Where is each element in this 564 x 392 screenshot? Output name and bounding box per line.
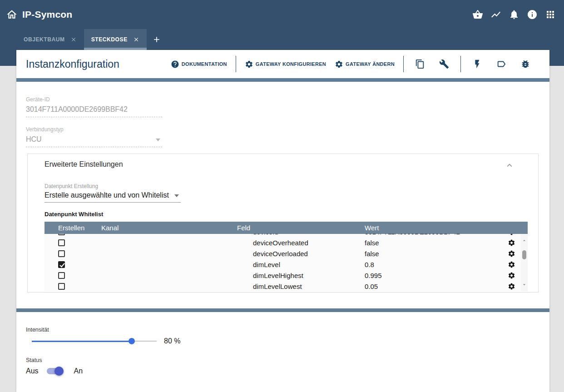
section-divider [16, 308, 549, 312]
row-checkbox[interactable] [58, 234, 65, 235]
flash-icon[interactable] [472, 59, 482, 69]
copy-icon[interactable] [415, 59, 425, 69]
basket-icon[interactable] [472, 9, 483, 20]
intensity-label: Intensität [26, 327, 549, 333]
row-field: dimLevelLowest [223, 283, 351, 290]
row-value: 3014F711A0000DE2699BBF42 [351, 234, 502, 236]
column-header-feld: Feld [223, 224, 351, 232]
row-checkbox[interactable] [58, 239, 65, 246]
row-field: deviceId [223, 234, 351, 236]
row-checkbox[interactable] [58, 283, 65, 290]
toolbar-actions: DOKUMENTATION GATEWAY KONFIGURIEREN GATE… [171, 56, 533, 72]
device-id-field: Geräte-ID 3014F711A0000DE2699BBF42 [26, 96, 162, 117]
slider-thumb[interactable] [129, 338, 135, 344]
row-value: false [351, 239, 502, 247]
tab-label: OBJEKTBAUM [24, 36, 65, 43]
device-id-value: 3014F711A0000DE2699BBF42 [26, 105, 162, 117]
toolbar-separator [403, 56, 404, 72]
gateway-configure-button[interactable]: GATEWAY KONFIGURIEREN [245, 60, 326, 69]
table-row[interactable]: deviceOverheated false [45, 237, 521, 248]
tab-steckdose[interactable]: STECKDOSE [84, 29, 147, 50]
bug-icon[interactable] [520, 59, 530, 69]
panel-title: Erweiterte Einstellungen [45, 160, 123, 169]
datapoint-creation-field[interactable]: Datenpunkt Erstellung Erstelle ausgewähl… [45, 183, 181, 203]
apps-grid-icon[interactable] [545, 9, 556, 20]
scroll-down-icon[interactable] [521, 282, 527, 288]
gear-icon[interactable] [508, 234, 515, 236]
connection-type-field[interactable]: Verbindungstyp HCU [26, 126, 162, 147]
wrench-icon[interactable] [439, 59, 449, 69]
topbar: IP-Symcon [0, 0, 564, 29]
table-row[interactable]: dimLevelLowest 0.05 [45, 281, 521, 291]
intensity-value: 80 % [164, 337, 180, 345]
row-value: false [351, 250, 502, 258]
table-row[interactable]: deviceId 3014F711A0000DE2699BBF42 [45, 234, 521, 237]
chevron-up-icon[interactable] [505, 160, 515, 170]
toggle-thumb[interactable] [54, 367, 64, 376]
column-header-wert: Wert [351, 224, 528, 232]
intensity-slider-row: 80 % [16, 337, 549, 346]
gear-icon[interactable] [508, 239, 515, 247]
whitelist-table: Erstellen Kanal Feld Wert deviceId 3014F… [45, 222, 528, 291]
gear-icon [335, 60, 343, 69]
home-icon [6, 9, 18, 20]
row-checkbox[interactable] [58, 272, 65, 279]
row-checkbox[interactable] [58, 250, 65, 257]
app-title: IP-Symcon [22, 9, 72, 20]
advanced-settings-panel: Erweiterte Einstellungen Datenpunkt Erst… [27, 154, 539, 293]
chevron-down-icon [174, 194, 179, 197]
toolbar-separator [236, 56, 236, 72]
scrollbar-thumb[interactable] [522, 250, 526, 259]
gear-icon[interactable] [508, 261, 515, 268]
info-icon[interactable] [527, 9, 538, 20]
gateway-change-label: GATEWAY ÄNDERN [346, 61, 395, 67]
topbar-icons [472, 9, 556, 20]
trend-icon[interactable] [490, 9, 501, 20]
connection-type-select[interactable]: HCU [26, 135, 162, 147]
table-row[interactable]: deviceOverloaded false [45, 248, 521, 259]
table-row[interactable]: dimLevelHighest 0.995 [45, 270, 521, 281]
column-header-erstellen: Erstellen [45, 224, 88, 232]
row-value: 0.05 [351, 283, 502, 290]
connection-type-value: HCU [26, 135, 42, 143]
row-checkbox[interactable] [58, 261, 65, 268]
intensity-slider[interactable] [32, 337, 157, 346]
whitelist-table-viewport: deviceId 3014F711A0000DE2699BBF42 device… [45, 234, 528, 291]
slider-fill [32, 341, 132, 342]
tab-objektbaum[interactable]: OBJEKTBAUM [16, 29, 84, 50]
label-icon[interactable] [496, 59, 506, 69]
datapoint-creation-label: Datenpunkt Erstellung [45, 183, 181, 189]
gateway-configure-label: GATEWAY KONFIGURIEREN [256, 61, 326, 67]
page-title: Instanzkonfiguration [26, 58, 119, 70]
table-scrollbar[interactable] [521, 234, 528, 291]
gear-icon[interactable] [508, 272, 515, 279]
panel-body: Datenpunkt Erstellung Erstelle ausgewähl… [28, 183, 527, 291]
datapoint-creation-select[interactable]: Erstelle ausgewählte und von Whitelist [45, 191, 181, 203]
toolbar-separator [460, 56, 461, 72]
add-tab-button[interactable] [147, 29, 167, 50]
connection-type-label: Verbindungstyp [26, 126, 162, 133]
brand[interactable]: IP-Symcon [6, 9, 72, 20]
tabbar: OBJEKTBAUM STECKDOSE [0, 29, 564, 50]
row-value: 0.8 [351, 261, 502, 268]
table-row[interactable]: dimLevel 0.8 [45, 259, 521, 270]
status-off-label: Aus [26, 367, 39, 375]
row-field: deviceOverloaded [223, 250, 351, 258]
row-value: 0.995 [351, 272, 502, 279]
gear-icon[interactable] [508, 250, 515, 258]
row-field: dimLevel [223, 261, 351, 268]
row-field: dimLevelHighest [223, 272, 351, 279]
documentation-button[interactable]: DOKUMENTATION [171, 60, 227, 69]
plus-icon [152, 35, 161, 44]
gateway-change-button[interactable]: GATEWAY ÄNDERN [335, 60, 395, 69]
close-icon[interactable] [70, 36, 77, 43]
device-id-label: Geräte-ID [26, 96, 162, 103]
status-toggle[interactable] [47, 368, 62, 374]
help-icon [171, 60, 179, 69]
instance-configuration-card: Instanzkonfiguration DOKUMENTATION GATEW… [16, 50, 549, 392]
card-toolbar: Instanzkonfiguration DOKUMENTATION GATEW… [16, 50, 549, 78]
bell-icon[interactable] [509, 9, 519, 20]
gear-icon[interactable] [508, 283, 515, 290]
close-icon[interactable] [133, 36, 139, 43]
scroll-up-icon[interactable] [521, 238, 527, 243]
